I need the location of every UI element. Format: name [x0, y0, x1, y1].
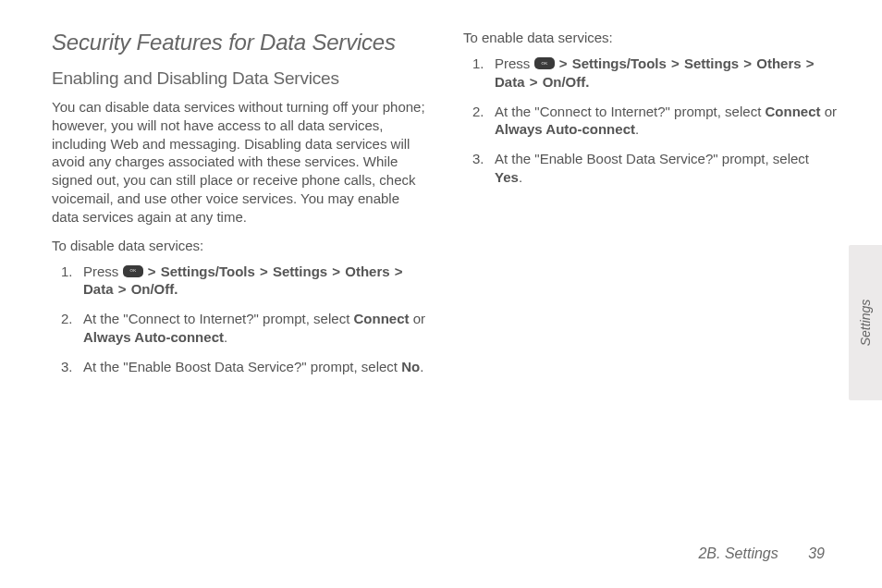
nav-item: Data — [495, 74, 525, 90]
option-auto-connect: Always Auto-connect — [495, 121, 635, 137]
step-1: 1. Press > Settings/Tools > Settings > O… — [495, 55, 838, 92]
chevron-right-icon: > — [670, 55, 680, 73]
nav-item: Data — [83, 281, 114, 297]
step-text: or — [825, 104, 837, 119]
step-number: 3. — [472, 150, 484, 168]
intro-paragraph: You can disable data services without tu… — [52, 98, 426, 227]
chevron-right-icon: > — [147, 263, 157, 281]
step-text: At the "Enable Boost Data Service?" prom… — [495, 151, 809, 166]
section-title: Security Features for Data Services — [52, 30, 426, 55]
ok-key-icon — [123, 265, 143, 277]
chevron-right-icon: > — [529, 73, 539, 92]
chevron-right-icon: > — [394, 263, 404, 281]
step-text: At the "Enable Boost Data Service?" prom… — [83, 359, 401, 374]
option-auto-connect: Always Auto-connect — [83, 329, 224, 345]
step-text: Press — [83, 263, 123, 279]
nav-item: Settings — [273, 263, 327, 279]
option-no: No — [401, 359, 420, 374]
page-number: 39 — [808, 545, 825, 562]
disable-steps: 1. Press > Settings/Tools > Settings > O… — [52, 263, 426, 376]
manual-page: Security Features for Data Services Enab… — [0, 0, 882, 588]
step-text: At the "Connect to Internet?" prompt, se… — [83, 311, 353, 326]
left-column: Security Features for Data Services Enab… — [52, 30, 426, 387]
chevron-right-icon: > — [259, 263, 269, 281]
step-1: 1. Press > Settings/Tools > Settings > O… — [83, 263, 426, 300]
step-2: 2. At the "Connect to Internet?" prompt,… — [83, 310, 426, 347]
nav-item: On/Off. — [543, 74, 590, 90]
chevron-right-icon: > — [331, 263, 341, 281]
punct: . — [519, 169, 522, 185]
step-3: 3. At the "Enable Boost Data Service?" p… — [83, 358, 426, 376]
ok-key-icon — [534, 57, 555, 69]
step-number: 2. — [61, 310, 73, 328]
nav-item: Others — [756, 55, 801, 71]
punct: . — [224, 329, 227, 345]
disable-lead: To disable data services: — [52, 238, 426, 253]
nav-item: Settings — [684, 55, 739, 71]
step-number: 2. — [472, 103, 484, 121]
nav-item: On/Off. — [131, 281, 178, 297]
enable-lead: To enable data services: — [463, 30, 838, 45]
enable-steps: 1. Press > Settings/Tools > Settings > O… — [463, 55, 838, 187]
step-number: 1. — [472, 55, 484, 73]
chevron-right-icon: > — [117, 280, 128, 299]
chevron-right-icon: > — [558, 55, 569, 73]
page-footer: 2B. Settings 39 — [698, 545, 825, 562]
subsection-heading: Enabling and Disabling Data Services — [52, 68, 426, 89]
step-3: 3. At the "Enable Boost Data Service?" p… — [495, 150, 838, 187]
option-yes: Yes — [495, 169, 519, 185]
step-text: At the "Connect to Internet?" prompt, se… — [495, 104, 765, 119]
nav-item: Settings/Tools — [161, 263, 255, 279]
right-column: To enable data services: 1. Press > Sett… — [463, 30, 838, 387]
option-connect: Connect — [353, 311, 409, 326]
side-tab: Settings — [849, 245, 882, 400]
step-text: Press — [495, 55, 534, 71]
chevron-right-icon: > — [805, 55, 815, 73]
footer-section-label: 2B. Settings — [698, 545, 778, 561]
nav-item: Settings/Tools — [572, 55, 667, 71]
punct: . — [635, 121, 639, 137]
side-tab-label: Settings — [858, 300, 873, 347]
option-connect: Connect — [765, 104, 820, 119]
chevron-right-icon: > — [742, 55, 753, 73]
step-2: 2. At the "Connect to Internet?" prompt,… — [495, 103, 838, 140]
punct: . — [420, 359, 423, 374]
nav-item: Others — [345, 263, 389, 279]
step-text: or — [413, 311, 425, 326]
step-number: 3. — [61, 358, 73, 376]
step-number: 1. — [61, 263, 73, 281]
two-column-layout: Security Features for Data Services Enab… — [52, 30, 838, 387]
